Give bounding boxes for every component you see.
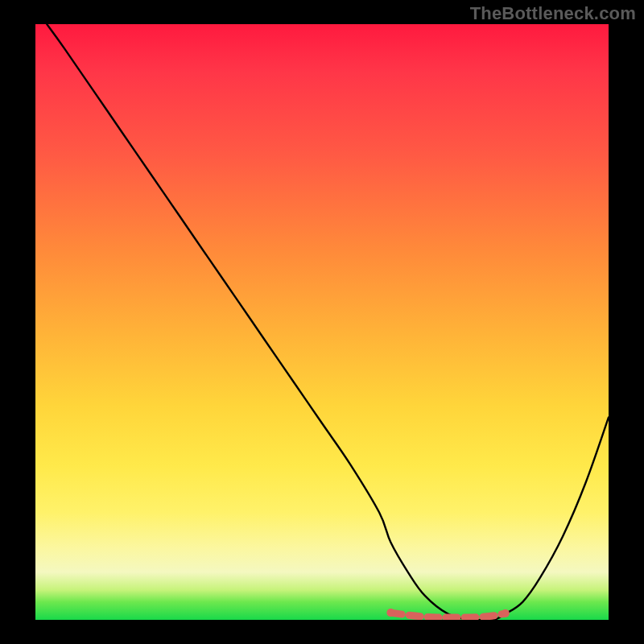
curve-layer [35,24,609,620]
bottleneck-curve [47,24,609,620]
watermark-text: TheBottleneck.com [470,3,636,24]
highlight-start-cap [386,609,394,617]
highlight-end-cap [502,609,510,617]
chart-frame: TheBottleneck.com [0,0,644,644]
plot-area [35,24,609,620]
